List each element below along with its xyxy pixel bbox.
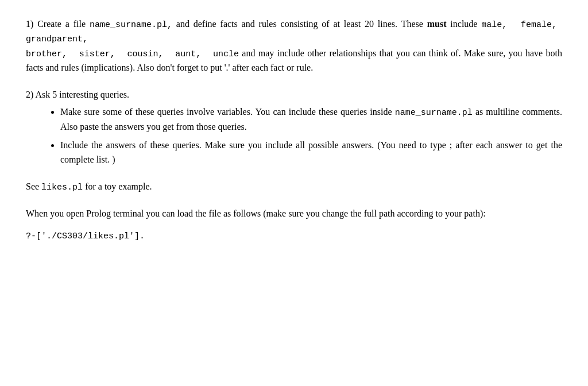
bullet-item-1: Make sure some of these queries involve … xyxy=(60,105,562,134)
section-1-text: 1) Create a file name_surname.pl, and de… xyxy=(26,17,562,75)
bullet-list: Make sure some of these queries involve … xyxy=(60,105,562,167)
section-2: 2) Ask 5 interesting queries. Make sure … xyxy=(26,88,562,167)
likes-pl-code: likes.pl xyxy=(41,183,83,192)
code-example: ?-['./CS303/likes.pl']. xyxy=(26,231,562,241)
section-1: 1) Create a file name_surname.pl, and de… xyxy=(26,17,562,75)
keywords-code-2: brother, sister, cousin, aunt, uncle xyxy=(26,49,239,59)
see-line: See likes.pl for a toy example. xyxy=(26,180,562,194)
bullet-item-2: Include the answers of these queries. Ma… xyxy=(60,138,562,167)
filename-code-2: name_surname.pl xyxy=(395,108,473,118)
must-bold: must xyxy=(427,19,447,29)
filename-code: name_surname.pl, xyxy=(90,20,172,30)
see-section: See likes.pl for a toy example. xyxy=(26,180,562,194)
when-paragraph: When you open Prolog terminal you can lo… xyxy=(26,207,562,221)
when-section: When you open Prolog terminal you can lo… xyxy=(26,207,562,241)
section-2-title: 2) Ask 5 interesting queries. xyxy=(26,88,562,102)
